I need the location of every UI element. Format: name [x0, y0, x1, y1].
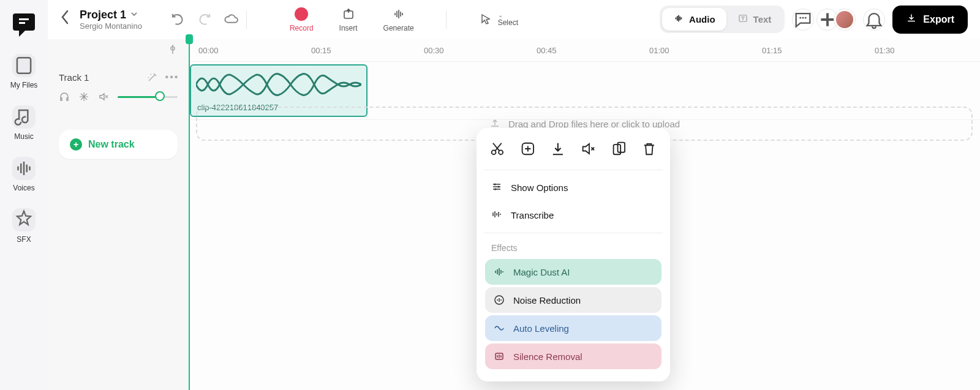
- cursor-icon: [478, 12, 493, 27]
- tick: 01:00: [649, 46, 669, 55]
- rail-music-label: Music: [14, 132, 33, 141]
- silence-label: Silence Removal: [513, 351, 582, 362]
- transcribe-icon: [491, 209, 502, 222]
- mode-toggle: Audio Text: [660, 6, 785, 33]
- transcribe-label: Transcribe: [511, 210, 554, 220]
- time-ruler[interactable]: 00:00 00:15 00:30 00:45 01:00 01:15 01:3…: [189, 39, 980, 62]
- level-icon: [494, 323, 505, 334]
- track-name: Track 1: [59, 72, 89, 83]
- sliders-icon: [491, 181, 502, 194]
- svg-rect-11: [613, 144, 620, 154]
- noise-icon: [494, 294, 505, 306]
- svg-point-5: [800, 17, 802, 18]
- project-user: Sergio Montanino: [80, 21, 142, 31]
- snowflake-icon[interactable]: [78, 91, 89, 102]
- wand-icon[interactable]: [147, 72, 158, 83]
- svg-rect-2: [17, 58, 31, 73]
- separator: [484, 170, 663, 170]
- timeline[interactable]: 00:00 00:15 00:30 00:45 01:00 01:15 01:3…: [189, 39, 980, 390]
- volume-slider[interactable]: [118, 95, 178, 99]
- tick: 00:30: [424, 46, 444, 55]
- generate-button[interactable]: Generate: [383, 7, 414, 32]
- separator: [484, 233, 663, 233]
- svg-rect-12: [617, 143, 625, 152]
- new-track-button[interactable]: + New track: [59, 130, 178, 159]
- pin-icon[interactable]: [165, 43, 180, 58]
- project-title: Project 1: [80, 9, 126, 21]
- export-label: Export: [923, 14, 954, 25]
- avatar-image: [836, 11, 853, 28]
- mute-button[interactable]: [580, 140, 597, 157]
- svg-rect-0: [19, 18, 29, 20]
- rail-my-files-label: My Files: [10, 81, 38, 89]
- audio-icon: [673, 13, 684, 26]
- add-button[interactable]: [519, 140, 537, 157]
- track-header: Track 1 •••: [48, 63, 189, 121]
- download-button[interactable]: [549, 140, 567, 157]
- notifications-button[interactable]: [863, 9, 885, 31]
- cloud-sync-icon[interactable]: [223, 11, 240, 28]
- export-button[interactable]: Export: [892, 6, 968, 34]
- left-rail: My Files Music Voices SFX: [0, 0, 48, 390]
- rail-sfx[interactable]: SFX: [12, 208, 36, 244]
- rail-sfx-label: SFX: [17, 235, 31, 244]
- level-label: Auto Leveling: [513, 323, 569, 334]
- silence-removal-item[interactable]: Silence Removal: [485, 343, 662, 369]
- svg-point-6: [802, 17, 804, 18]
- select-label: Select: [498, 18, 518, 27]
- rail-music[interactable]: Music: [12, 105, 36, 141]
- mode-text-label: Text: [753, 14, 772, 24]
- noise-reduction-item[interactable]: Noise Reduction: [485, 287, 662, 313]
- waveform: [196, 69, 361, 100]
- record-button[interactable]: Record: [290, 7, 314, 32]
- rail-voices[interactable]: Voices: [12, 157, 36, 192]
- magic-icon: [494, 266, 505, 277]
- auto-leveling-item[interactable]: Auto Leveling: [485, 315, 662, 341]
- svg-point-15: [494, 188, 496, 190]
- svg-point-13: [494, 183, 496, 185]
- download-icon: [906, 13, 917, 26]
- headphones-icon[interactable]: [59, 91, 70, 102]
- transcribe-item[interactable]: Transcribe: [483, 201, 664, 229]
- magic-dust-item[interactable]: Magic Dust AI: [485, 259, 662, 285]
- noise-label: Noise Reduction: [513, 295, 581, 306]
- redo-button[interactable]: [196, 11, 213, 28]
- back-button[interactable]: [60, 9, 71, 30]
- insert-label: Insert: [339, 24, 358, 32]
- record-label: Record: [290, 24, 314, 32]
- collaborators[interactable]: [821, 9, 856, 31]
- select-button[interactable]: ⌄ Select: [478, 12, 518, 27]
- track-panel: Track 1 •••: [48, 39, 189, 390]
- tick: 00:00: [198, 46, 219, 55]
- mode-audio[interactable]: Audio: [662, 8, 726, 31]
- tick: 01:30: [875, 46, 895, 55]
- rail-my-files[interactable]: My Files: [10, 54, 38, 89]
- silence-icon: [494, 351, 505, 362]
- duplicate-button[interactable]: [611, 140, 628, 157]
- playhead[interactable]: [189, 39, 190, 390]
- divider: [446, 10, 447, 29]
- undo-button[interactable]: [169, 11, 186, 28]
- app-logo[interactable]: [12, 11, 36, 38]
- generate-label: Generate: [383, 24, 414, 32]
- effects-header: Effects: [483, 237, 664, 257]
- rail-voices-label: Voices: [13, 184, 34, 192]
- mute-icon[interactable]: [98, 91, 109, 102]
- magic-label: Magic Dust AI: [513, 267, 570, 277]
- insert-icon: [341, 7, 356, 21]
- mode-text[interactable]: Text: [726, 8, 783, 31]
- tick: 01:15: [762, 46, 782, 55]
- topbar: Project 1 Sergio Montanino Record: [48, 0, 980, 39]
- show-options-item[interactable]: Show Options: [483, 174, 664, 201]
- avatar[interactable]: [834, 9, 856, 31]
- tick: 00:45: [537, 46, 557, 55]
- comments-button[interactable]: [792, 9, 814, 31]
- insert-button[interactable]: Insert: [339, 7, 358, 32]
- project-dropdown-icon[interactable]: [130, 9, 138, 21]
- cut-button[interactable]: [489, 140, 506, 157]
- tick: 00:15: [311, 46, 331, 55]
- svg-point-14: [497, 186, 499, 187]
- context-menu: Show Options Transcribe Effects Magic Du…: [477, 128, 670, 381]
- more-icon[interactable]: •••: [167, 72, 178, 83]
- delete-button[interactable]: [641, 140, 658, 157]
